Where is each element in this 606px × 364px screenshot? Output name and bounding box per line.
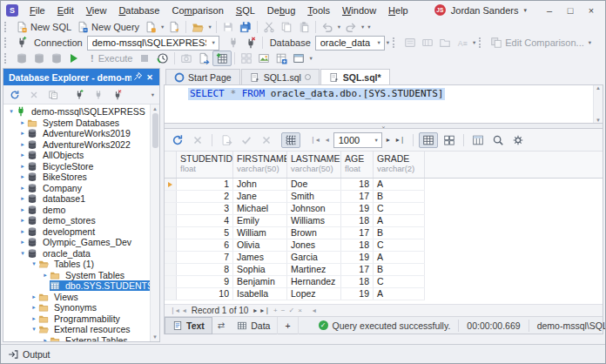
save-button[interactable] <box>219 20 237 34</box>
chevron-collapsed-icon[interactable]: ▸ <box>18 152 27 158</box>
delete-record-icon[interactable]: − <box>281 307 286 314</box>
maximize-button[interactable]: □ <box>560 4 581 17</box>
user-avatar[interactable]: JS <box>434 4 446 16</box>
new-document-caret-icon[interactable]: ▾ <box>159 24 165 30</box>
chevron-collapsed-icon[interactable]: ▸ <box>18 228 27 235</box>
chevron-collapsed-icon[interactable]: ▸ <box>30 304 38 311</box>
tree-item-system-databases[interactable]: ▸System Databases <box>3 118 150 129</box>
edit-data-button[interactable] <box>401 36 419 50</box>
db-tool-3-button[interactable] <box>48 51 65 65</box>
cell-grade[interactable]: A <box>374 215 425 226</box>
table-row[interactable]: 9BenjaminHernandez18C <box>165 276 425 288</box>
last-page-icon[interactable]: ▸❘ <box>394 136 407 144</box>
scroll-left-icon[interactable]: ◂ <box>313 307 316 314</box>
row-limit-button[interactable] <box>419 36 436 50</box>
paging-toggle-button[interactable] <box>281 132 300 148</box>
cell-age[interactable]: 18 <box>341 239 374 251</box>
cell-studentid[interactable]: 6 <box>177 239 233 251</box>
query-history-button[interactable] <box>154 51 172 65</box>
tree-item-bicyclestore[interactable]: ▸BicycleStore <box>3 161 150 172</box>
cell-grade[interactable]: C <box>374 203 425 214</box>
cell-firstname[interactable]: Olivia <box>233 239 287 251</box>
chevron-collapsed-icon[interactable]: ▸ <box>30 315 38 322</box>
tree-item-demo[interactable]: ▸demo <box>3 205 150 216</box>
chevron-collapsed-icon[interactable]: ▸ <box>18 141 27 148</box>
chevron-expanded-icon[interactable]: ▾ <box>18 250 27 257</box>
browse-folder-button[interactable] <box>436 36 454 50</box>
cell-firstname[interactable]: Emily <box>233 215 287 226</box>
chevron-collapsed-icon[interactable]: ▸ <box>18 130 27 137</box>
refresh-button[interactable] <box>7 89 23 101</box>
tree-item-adventureworks2022[interactable]: ▸AdventureWorks2022 <box>3 139 150 151</box>
chevron-expanded-icon[interactable]: ▾ <box>30 260 38 267</box>
cell-lastname[interactable]: Martinez <box>287 264 341 275</box>
last-record-icon[interactable]: ▸❘ <box>260 307 270 314</box>
chevron-collapsed-icon[interactable]: ▸ <box>18 206 27 213</box>
cell-studentid[interactable]: 2 <box>177 191 233 202</box>
cut-button[interactable] <box>260 20 278 34</box>
redo-caret-icon[interactable]: ▾ <box>360 24 366 30</box>
apply-changes-button[interactable] <box>238 133 255 147</box>
toolbar-grip[interactable] <box>393 37 398 48</box>
cell-lastname[interactable]: Williams <box>287 215 341 226</box>
tree-item-demo-mssql-sqlexpress[interactable]: ▾demo-mssql\SQLEXPRESS <box>3 106 150 118</box>
scroll-up-icon[interactable]: ▲ <box>152 106 158 111</box>
new-query-button[interactable]: New Query <box>74 20 142 34</box>
connection-select[interactable]: demo-mssql\SQLEXPRESS ▾ <box>87 36 219 51</box>
editor-scrollbar[interactable]: ▲▼ <box>593 85 603 123</box>
menu-database[interactable]: Database <box>112 3 165 17</box>
explorer-new-connection-button[interactable] <box>71 89 87 101</box>
tab-state-icon[interactable] <box>305 74 311 80</box>
grid-refresh-button[interactable] <box>169 133 186 147</box>
grid-view-button[interactable] <box>419 132 438 148</box>
cell-age[interactable]: 17 <box>341 264 374 275</box>
new-file-button[interactable] <box>165 20 183 34</box>
chevron-collapsed-icon[interactable]: ▸ <box>18 163 27 170</box>
column-header-studentid[interactable]: STUDENTIDfloat <box>177 152 233 178</box>
delete-button[interactable] <box>26 89 42 101</box>
new-document-button[interactable] <box>142 20 159 34</box>
chevron-collapsed-icon[interactable]: ▸ <box>41 272 50 279</box>
chevron-expanded-icon[interactable]: ▾ <box>7 108 16 115</box>
cell-lastname[interactable]: Jones <box>287 239 341 251</box>
tree-item-company[interactable]: ▸Company <box>3 183 150 194</box>
tree-item-bikestores[interactable]: ▸BikeStores <box>3 172 150 183</box>
toolbar-grip[interactable] <box>479 37 484 48</box>
cell-grade[interactable]: B <box>374 191 425 202</box>
grid-stop-button[interactable] <box>189 133 206 147</box>
explorer-header[interactable]: Database Explorer - demo-m... ✕ <box>3 69 159 85</box>
cell-firstname[interactable]: Isabella <box>233 288 287 300</box>
copy-button[interactable] <box>278 20 295 34</box>
cell-studentid[interactable]: 7 <box>177 252 233 263</box>
undo-caret-icon[interactable]: ▾ <box>336 24 342 30</box>
cell-age[interactable]: 17 <box>341 191 374 202</box>
tree-item-tables-1-[interactable]: ▾Tables (1) <box>3 259 150 270</box>
cancel-changes-button[interactable] <box>258 133 275 147</box>
snapshot-button[interactable] <box>178 51 195 65</box>
cell-firstname[interactable]: Benjamin <box>233 276 287 287</box>
column-header-firstname[interactable]: FIRSTNAMEvarchar(50) <box>233 152 287 178</box>
cell-age[interactable]: 18 <box>341 276 374 287</box>
next-record-icon[interactable]: ▸ <box>253 307 257 314</box>
card-view-button[interactable] <box>441 133 458 147</box>
cell-grade[interactable]: A <box>374 288 425 300</box>
cell-age[interactable]: 19 <box>341 288 374 300</box>
menu-view[interactable]: View <box>80 3 113 17</box>
tree-item-programmability[interactable]: ▸Programmability <box>3 313 150 325</box>
comparison-caret-icon[interactable]: ▾ <box>587 39 593 46</box>
cell-studentid[interactable]: 1 <box>177 179 233 190</box>
view-image-button[interactable] <box>255 51 273 65</box>
search-button[interactable] <box>489 133 507 147</box>
tab-data[interactable]: Data <box>230 317 278 334</box>
chevron-collapsed-icon[interactable]: ▸ <box>18 217 27 224</box>
table-row[interactable]: 4EmilyWilliams18A <box>165 215 425 227</box>
column-header-lastname[interactable]: LASTNAMEvarchar(50) <box>287 152 341 178</box>
open-file-button[interactable] <box>189 20 206 34</box>
cell-studentid[interactable]: 5 <box>177 227 233 239</box>
cell-grade[interactable]: C <box>374 276 425 287</box>
chevron-collapsed-icon[interactable]: ▸ <box>41 337 50 341</box>
connect-button[interactable] <box>225 36 242 50</box>
menu-file[interactable]: File <box>24 3 51 17</box>
tree-item-olympic-games-dev[interactable]: ▸Olympic_Games_Dev <box>3 237 150 248</box>
explorer-disconnect-button[interactable] <box>110 89 125 101</box>
